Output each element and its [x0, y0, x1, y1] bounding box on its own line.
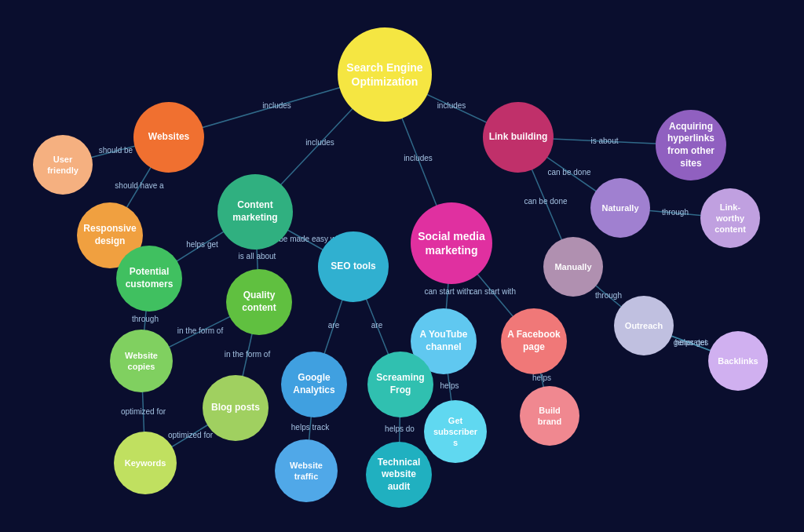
node-websitecopies: Website copies [110, 330, 173, 392]
node-contentmarketing: Content marketing [217, 174, 293, 250]
node-websitetraffic: Website traffic [275, 439, 338, 502]
node-facebookpage: A Facebook page [501, 308, 567, 374]
svg-text:helps get: helps get [675, 338, 707, 347]
node-label-outreach: Outreach [625, 320, 663, 331]
svg-text:can be done: can be done [547, 168, 590, 177]
node-userfriendly: User friendly [33, 135, 93, 195]
node-blogposts: Blog posts [203, 375, 269, 441]
node-label-linkworthy: Link- worthy content [714, 202, 746, 235]
svg-text:includes: includes [305, 138, 334, 147]
svg-text:through: through [132, 315, 159, 323]
node-label-backlinks: Backlinks [718, 355, 758, 366]
node-label-responsivedesign: Responsive design [83, 223, 136, 247]
node-label-googleanalytics: Google Analytics [293, 372, 334, 396]
node-label-blogposts: Blog posts [211, 402, 260, 414]
node-label-contentmarketing: Content marketing [232, 199, 277, 224]
node-label-socialmedia: Social media marketing [418, 229, 485, 257]
node-qualitycontent: Quality content [226, 269, 292, 335]
node-label-acquiring: Acquiring hyperlinks from other sites [667, 121, 714, 169]
node-keywords: Keywords [114, 432, 177, 494]
node-outreach: Outreach [614, 296, 674, 355]
svg-text:includes: includes [437, 101, 466, 110]
node-googleanalytics: Google Analytics [281, 352, 347, 417]
node-label-seo: Search Engine Optimization [346, 60, 422, 89]
svg-text:helps track: helps track [291, 423, 330, 432]
node-manually: Manually [543, 237, 603, 297]
node-label-youtubechannel: A YouTube channel [420, 329, 468, 353]
node-label-potentialcustomers: Potential customers [126, 266, 174, 290]
svg-text:includes: includes [404, 154, 433, 162]
node-label-seotools: SEO tools [331, 261, 375, 273]
svg-text:helps: helps [532, 373, 551, 382]
svg-text:generates: generates [674, 338, 708, 347]
svg-text:should have a: should have a [115, 181, 164, 190]
svg-text:are: are [371, 321, 383, 330]
svg-text:through: through [662, 208, 689, 217]
node-acquiring: Acquiring hyperlinks from other sites [656, 110, 726, 180]
node-label-manually: Manually [554, 261, 591, 272]
svg-text:optimized for: optimized for [121, 407, 166, 416]
svg-text:helps get: helps get [186, 240, 218, 249]
node-potentialcustomers: Potential customers [116, 246, 182, 312]
svg-text:can start with: can start with [470, 287, 516, 296]
node-label-facebookpage: A Facebook page [507, 329, 561, 353]
node-technicalaudit: Technical website audit [366, 442, 432, 508]
node-label-buildbrand: Build brand [538, 405, 562, 428]
svg-text:optimized for: optimized for [168, 431, 214, 439]
node-label-qualitycontent: Quality content [242, 290, 276, 314]
node-buildbrand: Build brand [520, 386, 579, 446]
svg-text:in the form of: in the form of [177, 326, 224, 335]
node-seotools: SEO tools [318, 231, 389, 302]
node-seo: Search Engine Optimization [338, 27, 432, 122]
node-label-userfriendly: User friendly [47, 154, 79, 177]
svg-text:are: are [328, 321, 340, 330]
node-naturally: Naturally [590, 178, 650, 238]
svg-text:includes: includes [262, 101, 291, 110]
node-label-naturally: Naturally [601, 202, 638, 213]
svg-text:is about: is about [590, 137, 618, 145]
node-getsubscribers: Get subscriber s [424, 400, 487, 463]
node-backlinks: Backlinks [708, 331, 768, 391]
svg-text:can start with: can start with [425, 287, 471, 296]
node-linkbuilding: Link building [483, 102, 554, 173]
node-label-keywords: Keywords [125, 457, 166, 468]
node-label-getsubscribers: Get subscriber s [433, 415, 477, 449]
node-linkworthy: Link- worthy content [700, 188, 760, 248]
svg-text:is all about: is all about [239, 252, 276, 261]
node-label-linkbuilding: Link building [489, 131, 548, 144]
node-label-websitecopies: Website copies [125, 350, 158, 373]
svg-text:helps do: helps do [385, 425, 415, 433]
node-screamingfrog: Screaming Frog [367, 352, 433, 417]
svg-text:in the form of: in the form of [225, 350, 271, 359]
svg-text:helps: helps [440, 381, 459, 390]
node-label-technicalaudit: Technical website audit [378, 457, 420, 494]
node-label-websites: Websites [148, 131, 189, 144]
node-label-screamingfrog: Screaming Frog [376, 372, 424, 396]
svg-text:through: through [595, 291, 622, 300]
svg-text:can be done: can be done [524, 197, 567, 206]
node-socialmedia: Social media marketing [411, 202, 492, 284]
node-label-websitetraffic: Website traffic [290, 460, 323, 483]
svg-text:should be: should be [99, 146, 133, 155]
node-websites: Websites [133, 102, 204, 173]
